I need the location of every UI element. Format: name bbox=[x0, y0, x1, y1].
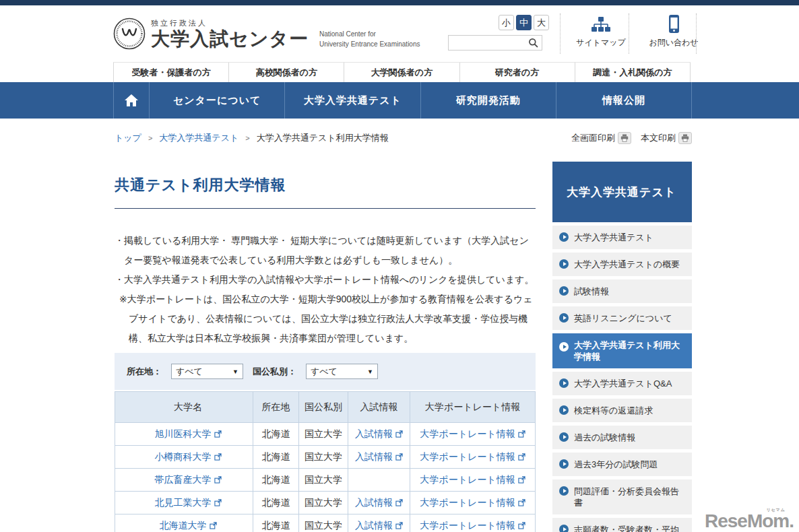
contact-link[interactable]: お問い合わせ bbox=[643, 13, 704, 48]
page-title: 共通テスト利用大学情報 bbox=[115, 175, 536, 195]
arrow-bullet-icon bbox=[559, 313, 569, 323]
font-size-small-button[interactable]: 小 bbox=[499, 15, 514, 30]
arrow-bullet-icon bbox=[559, 259, 569, 269]
tab-examinees-guardians[interactable]: 受験者・保護者の方 bbox=[113, 63, 229, 82]
audience-nav: 受験者・保護者の方 高校関係者の方 大学関係者の方 研究者の方 調達・入札関係の… bbox=[113, 62, 691, 82]
note-paragraph: ※大学ポートレートは、国公私立の大学・短期大学900校以上が参加する教育情報を公… bbox=[119, 290, 536, 348]
type-select[interactable]: すべて ▼ bbox=[306, 364, 378, 379]
exam-info-link[interactable]: 入試情報 bbox=[355, 428, 403, 439]
table-row: 小樽商科大学 北海道 国立大学 入試情報 大学ポートレート情報 bbox=[115, 446, 536, 469]
university-table: 大学名 所在地 国公私別 入試情報 大学ポートレート情報 旭川医科大学 北海道 … bbox=[115, 391, 536, 532]
location-select[interactable]: すべて ▼ bbox=[171, 364, 243, 379]
external-link-icon bbox=[214, 453, 222, 461]
nav-research[interactable]: 研究開発活動 bbox=[421, 82, 556, 119]
breadcrumb-separator: > bbox=[148, 134, 152, 142]
nav-disclosure[interactable]: 情報公開 bbox=[556, 82, 692, 119]
sitemap-link[interactable]: サイトマップ bbox=[571, 13, 631, 48]
arrow-bullet-icon bbox=[559, 486, 569, 496]
sidebar-item-qa[interactable]: 大学入学共通テストQ&A bbox=[552, 372, 692, 395]
nav-common-test[interactable]: 大学入学共通テスト bbox=[285, 82, 420, 119]
nav-about-center[interactable]: センターについて bbox=[150, 82, 285, 119]
sitemap-label: サイトマップ bbox=[571, 37, 631, 48]
title-divider bbox=[115, 208, 536, 209]
university-link[interactable]: 旭川医科大学 bbox=[155, 428, 222, 439]
breadcrumb-top[interactable]: トップ bbox=[115, 132, 141, 144]
tab-procurement[interactable]: 調達・入札関係の方 bbox=[575, 63, 691, 82]
chevron-down-icon: ▼ bbox=[367, 368, 373, 375]
university-link[interactable]: 北見工業大学 bbox=[155, 497, 222, 508]
arrow-bullet-icon bbox=[559, 459, 569, 469]
home-button[interactable] bbox=[113, 82, 150, 119]
tab-high-school[interactable]: 高校関係者の方 bbox=[229, 63, 344, 82]
search-icon bbox=[528, 38, 538, 48]
font-size-large-button[interactable]: 大 bbox=[534, 15, 549, 30]
external-link-icon bbox=[518, 476, 525, 484]
breadcrumb-common-test[interactable]: 大学入学共通テスト bbox=[159, 132, 238, 144]
sidebar-item-fee-refund[interactable]: 検定料等の返還請求 bbox=[552, 399, 692, 422]
org-name: 大学入試センター bbox=[151, 29, 309, 50]
org-name-english: National Center for University Entrance … bbox=[319, 29, 420, 49]
chevron-down-icon: ▼ bbox=[232, 368, 238, 375]
portrait-link[interactable]: 大学ポートレート情報 bbox=[420, 520, 525, 531]
header-utilities: 小 中 大 サイト bbox=[448, 9, 798, 58]
search-box bbox=[448, 35, 542, 51]
sidebar-item-participating-universities[interactable]: 大学入学共通テスト利用大学情報 bbox=[552, 333, 692, 368]
top-accent-bar bbox=[0, 0, 799, 5]
exam-info-link[interactable]: 入試情報 bbox=[355, 520, 403, 531]
watermark-ruby: リセマム bbox=[766, 508, 786, 512]
portrait-link[interactable]: 大学ポートレート情報 bbox=[420, 451, 525, 462]
portrait-link[interactable]: 大学ポートレート情報 bbox=[420, 474, 525, 485]
sidebar-item-applicant-statistics[interactable]: 志願者数・受験者数・平均点の推移 bbox=[552, 518, 692, 532]
sidebar-item-overview[interactable]: 大学入学共通テストの概要 bbox=[552, 253, 692, 276]
external-link-icon bbox=[395, 453, 403, 461]
col-exam-info: 入試情報 bbox=[348, 392, 410, 423]
external-link-icon bbox=[395, 430, 403, 438]
col-type: 国公私別 bbox=[299, 392, 348, 423]
external-link-icon bbox=[518, 453, 525, 461]
external-link-icon bbox=[518, 522, 525, 529]
sidebar-item-past-3years-questions[interactable]: 過去3年分の試験問題 bbox=[552, 453, 692, 476]
external-link-icon bbox=[210, 522, 217, 529]
sidebar-item-english-listening[interactable]: 英語リスニングについて bbox=[552, 306, 692, 330]
breadcrumb: トップ > 大学入学共通テスト > 大学入学共通テスト利用大学情報 全画面印刷 … bbox=[115, 132, 692, 144]
university-link[interactable]: 小樽商科大学 bbox=[155, 451, 222, 462]
breadcrumb-separator: > bbox=[245, 134, 249, 142]
divider bbox=[560, 13, 561, 54]
search-button[interactable] bbox=[524, 36, 542, 50]
sidebar-item-past-exam-info[interactable]: 過去の試験情報 bbox=[552, 426, 692, 449]
portrait-link[interactable]: 大学ポートレート情報 bbox=[420, 428, 525, 439]
table-row: 帯広畜産大学 北海道 国立大学 大学ポートレート情報 bbox=[115, 469, 536, 492]
font-size-medium-button[interactable]: 中 bbox=[516, 15, 532, 30]
university-link[interactable]: 帯広畜産大学 bbox=[155, 474, 222, 485]
arrow-bullet-icon bbox=[559, 378, 569, 388]
external-link-icon bbox=[214, 430, 222, 438]
col-university-name: 大学名 bbox=[115, 392, 253, 423]
external-link-icon bbox=[518, 430, 525, 438]
sidebar-item-common-test[interactable]: 大学入学共通テスト bbox=[552, 226, 692, 249]
tab-researchers[interactable]: 研究者の方 bbox=[460, 63, 575, 82]
table-row: 北見工業大学 北海道 国立大学 入試情報 大学ポートレート情報 bbox=[115, 492, 536, 514]
sidebar-item-evaluation-report[interactable]: 問題評価・分析委員会報告書 bbox=[552, 479, 692, 514]
org-type-label: 独立行政法人 bbox=[151, 18, 309, 28]
page-notes: ・掲載している利用大学・ 専門職大学・ 短期大学については随時更新しています（大… bbox=[115, 231, 536, 348]
note-paragraph: ・掲載している利用大学・ 専門職大学・ 短期大学については随時更新しています（大… bbox=[115, 231, 536, 270]
table-row: 旭川医科大学 北海道 国立大学 入試情報 大学ポートレート情報 bbox=[115, 423, 536, 446]
exam-info-link[interactable]: 入試情報 bbox=[355, 451, 403, 462]
print-fullscreen-button[interactable]: 全画面印刷 bbox=[571, 132, 631, 144]
portrait-link[interactable]: 大学ポートレート情報 bbox=[420, 497, 525, 508]
col-portrait: 大学ポートレート情報 bbox=[410, 392, 536, 423]
site-logo[interactable]: 独立行政法人 大学入試センター National Center for Univ… bbox=[113, 18, 420, 50]
print-body-button[interactable]: 本文印刷 bbox=[641, 132, 692, 144]
tab-university[interactable]: 大学関係者の方 bbox=[344, 63, 459, 82]
arrow-bullet-icon bbox=[559, 286, 569, 296]
external-link-icon bbox=[395, 499, 403, 506]
external-link-icon bbox=[214, 476, 222, 484]
table-header-row: 大学名 所在地 国公私別 入試情報 大学ポートレート情報 bbox=[115, 392, 536, 423]
arrow-bullet-icon bbox=[559, 342, 569, 352]
exam-info-link[interactable]: 入試情報 bbox=[355, 497, 403, 508]
arrow-bullet-icon bbox=[559, 405, 569, 415]
type-filter-label: 国公私別： bbox=[253, 366, 296, 378]
sidebar-item-exam-info[interactable]: 試験情報 bbox=[552, 279, 692, 303]
search-input[interactable] bbox=[449, 36, 524, 50]
university-link[interactable]: 北海道大学 bbox=[160, 520, 217, 531]
